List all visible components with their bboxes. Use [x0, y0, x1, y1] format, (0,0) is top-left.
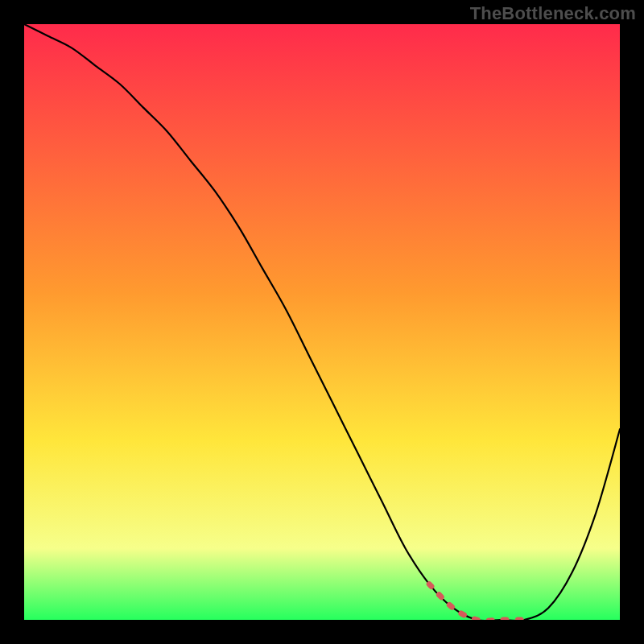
watermark-text: TheBottleneck.com: [470, 3, 636, 24]
plot-area: [24, 24, 620, 620]
chart-frame: TheBottleneck.com: [0, 0, 644, 644]
chart-svg: [24, 24, 620, 620]
gradient-background: [24, 24, 620, 620]
